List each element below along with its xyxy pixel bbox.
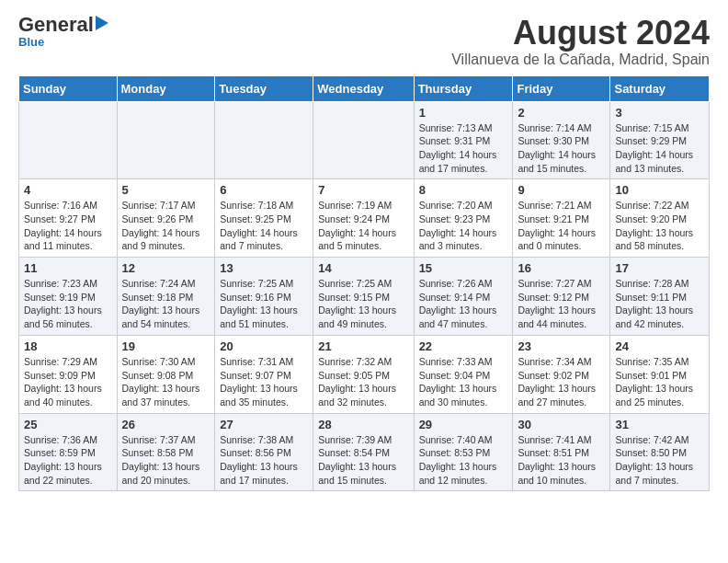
day-number: 13 [220, 261, 308, 275]
week-row-4: 18Sunrise: 7:29 AMSunset: 9:09 PMDayligh… [19, 335, 710, 413]
main-title: August 2024 [451, 15, 710, 52]
day-info: Sunrise: 7:14 AMSunset: 9:30 PMDaylight:… [518, 121, 605, 176]
calendar-cell: 15Sunrise: 7:26 AMSunset: 9:14 PMDayligh… [414, 258, 513, 336]
calendar-cell: 14Sunrise: 7:25 AMSunset: 9:15 PMDayligh… [313, 258, 414, 336]
day-number: 18 [24, 339, 112, 353]
day-info: Sunrise: 7:20 AMSunset: 9:23 PMDaylight:… [419, 199, 508, 253]
title-section: August 2024 Villanueva de la Cañada, Mad… [451, 15, 710, 68]
calendar-cell [215, 101, 313, 179]
calendar-cell: 13Sunrise: 7:25 AMSunset: 9:16 PMDayligh… [215, 258, 313, 336]
calendar-cell: 8Sunrise: 7:20 AMSunset: 9:23 PMDaylight… [414, 179, 513, 258]
calendar-cell: 21Sunrise: 7:32 AMSunset: 9:05 PMDayligh… [313, 335, 414, 413]
header-cell-thursday: Thursday [414, 75, 513, 101]
calendar-cell: 16Sunrise: 7:27 AMSunset: 9:12 PMDayligh… [513, 258, 610, 336]
calendar-body: 1Sunrise: 7:13 AMSunset: 9:31 PMDaylight… [19, 101, 710, 491]
day-number: 21 [318, 339, 408, 353]
calendar-cell: 24Sunrise: 7:35 AMSunset: 9:01 PMDayligh… [610, 335, 710, 413]
day-info: Sunrise: 7:17 AMSunset: 9:26 PMDaylight:… [122, 199, 210, 253]
calendar-cell: 3Sunrise: 7:15 AMSunset: 9:29 PMDaylight… [610, 101, 710, 179]
calendar-cell: 2Sunrise: 7:14 AMSunset: 9:30 PMDaylight… [513, 101, 610, 179]
day-number: 29 [419, 418, 508, 431]
day-info: Sunrise: 7:28 AMSunset: 9:11 PMDaylight:… [615, 277, 704, 331]
header-cell-sunday: Sunday [19, 75, 118, 101]
day-number: 7 [318, 183, 408, 197]
week-row-1: 1Sunrise: 7:13 AMSunset: 9:31 PMDaylight… [19, 101, 710, 179]
logo-blue: Blue [18, 35, 44, 49]
day-info: Sunrise: 7:30 AMSunset: 9:08 PMDaylight:… [122, 355, 210, 409]
header-cell-wednesday: Wednesday [313, 75, 414, 101]
calendar-cell: 22Sunrise: 7:33 AMSunset: 9:04 PMDayligh… [414, 335, 513, 413]
calendar-cell: 9Sunrise: 7:21 AMSunset: 9:21 PMDaylight… [513, 179, 610, 258]
day-info: Sunrise: 7:21 AMSunset: 9:21 PMDaylight:… [518, 199, 605, 253]
week-row-2: 4Sunrise: 7:16 AMSunset: 9:27 PMDaylight… [19, 179, 710, 258]
day-info: Sunrise: 7:34 AMSunset: 9:02 PMDaylight:… [518, 355, 605, 409]
day-number: 22 [419, 339, 508, 353]
day-number: 11 [24, 261, 112, 275]
day-info: Sunrise: 7:18 AMSunset: 9:25 PMDaylight:… [220, 199, 308, 253]
day-info: Sunrise: 7:36 AMSunset: 8:59 PMDaylight:… [24, 433, 112, 488]
day-number: 14 [318, 261, 408, 275]
day-info: Sunrise: 7:31 AMSunset: 9:07 PMDaylight:… [220, 355, 308, 409]
week-row-3: 11Sunrise: 7:23 AMSunset: 9:19 PMDayligh… [19, 258, 710, 336]
calendar-cell: 19Sunrise: 7:30 AMSunset: 9:08 PMDayligh… [117, 335, 215, 413]
day-info: Sunrise: 7:41 AMSunset: 8:51 PMDaylight:… [518, 433, 605, 488]
logo-arrow-icon [96, 16, 108, 30]
logo: General Blue [18, 15, 108, 49]
day-number: 9 [518, 183, 605, 197]
subtitle: Villanueva de la Cañada, Madrid, Spain [451, 52, 710, 68]
header: General Blue August 2024 Villanueva de l… [18, 15, 710, 68]
day-info: Sunrise: 7:40 AMSunset: 8:53 PMDaylight:… [419, 433, 508, 488]
day-number: 25 [24, 418, 112, 431]
day-info: Sunrise: 7:24 AMSunset: 9:18 PMDaylight:… [122, 277, 210, 331]
day-number: 4 [24, 183, 112, 197]
header-cell-monday: Monday [117, 75, 215, 101]
day-number: 5 [122, 183, 210, 197]
day-info: Sunrise: 7:23 AMSunset: 9:19 PMDaylight:… [24, 277, 112, 331]
day-number: 15 [419, 261, 508, 275]
day-info: Sunrise: 7:39 AMSunset: 8:54 PMDaylight:… [318, 433, 408, 488]
day-number: 10 [615, 183, 704, 197]
header-cell-friday: Friday [513, 75, 610, 101]
calendar-cell: 30Sunrise: 7:41 AMSunset: 8:51 PMDayligh… [513, 413, 610, 491]
header-cell-tuesday: Tuesday [215, 75, 313, 101]
calendar-cell [313, 101, 414, 179]
day-info: Sunrise: 7:22 AMSunset: 9:20 PMDaylight:… [615, 199, 704, 253]
calendar-cell: 27Sunrise: 7:38 AMSunset: 8:56 PMDayligh… [215, 413, 313, 491]
calendar-cell: 28Sunrise: 7:39 AMSunset: 8:54 PMDayligh… [313, 413, 414, 491]
header-cell-saturday: Saturday [610, 75, 710, 101]
day-number: 2 [518, 106, 605, 120]
day-info: Sunrise: 7:35 AMSunset: 9:01 PMDaylight:… [615, 355, 704, 409]
calendar-cell [117, 101, 215, 179]
day-number: 16 [518, 261, 605, 275]
day-info: Sunrise: 7:42 AMSunset: 8:50 PMDaylight:… [615, 433, 704, 488]
logo-general: General [18, 15, 94, 35]
calendar-cell: 7Sunrise: 7:19 AMSunset: 9:24 PMDaylight… [313, 179, 414, 258]
calendar-cell [19, 101, 118, 179]
day-info: Sunrise: 7:19 AMSunset: 9:24 PMDaylight:… [318, 199, 408, 253]
calendar-table: SundayMondayTuesdayWednesdayThursdayFrid… [18, 75, 710, 492]
day-number: 28 [318, 418, 408, 431]
calendar-cell: 4Sunrise: 7:16 AMSunset: 9:27 PMDaylight… [19, 179, 118, 258]
day-number: 3 [615, 106, 704, 120]
calendar-cell: 23Sunrise: 7:34 AMSunset: 9:02 PMDayligh… [513, 335, 610, 413]
day-number: 23 [518, 339, 605, 353]
day-info: Sunrise: 7:26 AMSunset: 9:14 PMDaylight:… [419, 277, 508, 331]
calendar-cell: 18Sunrise: 7:29 AMSunset: 9:09 PMDayligh… [19, 335, 118, 413]
day-info: Sunrise: 7:32 AMSunset: 9:05 PMDaylight:… [318, 355, 408, 409]
day-number: 6 [220, 183, 308, 197]
day-number: 12 [122, 261, 210, 275]
calendar-cell: 20Sunrise: 7:31 AMSunset: 9:07 PMDayligh… [215, 335, 313, 413]
day-info: Sunrise: 7:25 AMSunset: 9:15 PMDaylight:… [318, 277, 408, 331]
day-info: Sunrise: 7:27 AMSunset: 9:12 PMDaylight:… [518, 277, 605, 331]
day-info: Sunrise: 7:37 AMSunset: 8:58 PMDaylight:… [122, 433, 210, 488]
day-info: Sunrise: 7:16 AMSunset: 9:27 PMDaylight:… [24, 199, 112, 253]
calendar-cell: 10Sunrise: 7:22 AMSunset: 9:20 PMDayligh… [610, 179, 710, 258]
day-number: 31 [615, 418, 704, 431]
day-info: Sunrise: 7:15 AMSunset: 9:29 PMDaylight:… [615, 121, 704, 176]
day-info: Sunrise: 7:33 AMSunset: 9:04 PMDaylight:… [419, 355, 508, 409]
calendar-cell: 1Sunrise: 7:13 AMSunset: 9:31 PMDaylight… [414, 101, 513, 179]
day-number: 26 [122, 418, 210, 431]
calendar-cell: 5Sunrise: 7:17 AMSunset: 9:26 PMDaylight… [117, 179, 215, 258]
calendar-header: SundayMondayTuesdayWednesdayThursdayFrid… [19, 75, 710, 101]
calendar-cell: 26Sunrise: 7:37 AMSunset: 8:58 PMDayligh… [117, 413, 215, 491]
